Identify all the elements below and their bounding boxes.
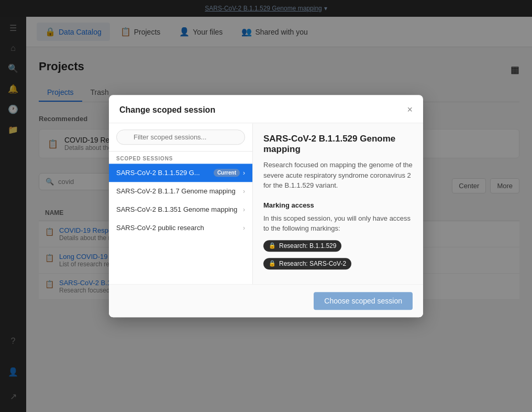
session-item-name-1: SARS-CoV-2 B.1.1.7 Genome mapping [116,187,236,195]
session-detail-panel: SARS-CoV-2 B.1.1.529 Genome mapping Rese… [253,123,423,284]
marking-access-desc: In this scoped session, you will only ha… [263,213,413,234]
session-search-container: 🔍 [109,123,252,151]
marking-badge-label-1: Research: SARS-CoV-2 [279,260,346,267]
markings-list: 🔒 Research: B.1.1.529 🔒 Research: SARS-C… [263,240,413,274]
session-item-right-3: › [243,224,245,232]
chevron-right-icon-3: › [243,224,245,232]
session-item-3[interactable]: SARS-CoV-2 public research › [109,219,252,237]
marking-badge-0: 🔒 Research: B.1.1.529 [263,240,341,252]
session-item-right-1: › [243,188,245,195]
session-item-0[interactable]: SARS-CoV-2 B.1.1.529 G... Current › [109,164,252,182]
session-item-1[interactable]: SARS-CoV-2 B.1.1.7 Genome mapping › [109,182,252,200]
chevron-right-icon-0: › [243,169,245,177]
session-item-left-2: SARS-CoV-2 B.1.351 Genome mapping [116,205,243,213]
marking-item-1: 🔒 Research: SARS-CoV-2 [263,258,413,274]
session-search-input[interactable] [116,129,245,145]
modal-title: Change scoped session [119,105,215,115]
marking-item-0: 🔒 Research: B.1.1.529 [263,240,413,256]
session-item-2[interactable]: SARS-CoV-2 B.1.351 Genome mapping › [109,200,252,219]
choose-scoped-session-button[interactable]: Choose scoped session [314,292,413,310]
session-item-right-0: Current › [214,169,245,177]
session-item-left-3: SARS-CoV-2 public research [116,224,243,232]
detail-description: Research focused on mapping the genome o… [263,160,413,191]
chevron-right-icon-2: › [243,206,245,213]
session-item-name-2: SARS-CoV-2 B.1.351 Genome mapping [116,205,237,213]
session-item-name-0: SARS-CoV-2 B.1.1.529 G... [116,169,200,177]
marking-badge-1: 🔒 Research: SARS-CoV-2 [263,258,351,269]
modal-close-button[interactable]: × [407,104,413,115]
modal-header: Change scoped session × [109,95,423,123]
session-item-left-1: SARS-CoV-2 B.1.1.7 Genome mapping [116,187,243,195]
session-list: SARS-CoV-2 B.1.1.529 G... Current › SARS… [109,164,252,284]
chevron-right-icon-1: › [243,188,245,195]
session-list-label: SCOPED SESSIONS [109,151,252,164]
session-item-name-3: SARS-CoV-2 public research [116,224,204,232]
marking-access-title: Marking access [263,201,413,209]
marking-badge-icon-1: 🔒 [269,260,276,267]
session-search-wrap: 🔍 [116,129,245,145]
sessions-panel: 🔍 SCOPED SESSIONS SARS-CoV-2 B.1.1.529 G… [109,123,253,284]
marking-badge-icon-0: 🔒 [269,242,276,249]
session-item-left-0: SARS-CoV-2 B.1.1.529 G... [116,169,214,177]
current-badge-0: Current [214,169,240,177]
change-scoped-session-modal: Change scoped session × 🔍 SCOPED SESSION… [109,95,423,317]
modal-footer: Choose scoped session [109,284,423,317]
session-item-right-2: › [243,206,245,213]
modal-body: 🔍 SCOPED SESSIONS SARS-CoV-2 B.1.1.529 G… [109,123,423,284]
marking-badge-label-0: Research: B.1.1.529 [279,242,336,250]
detail-title: SARS-CoV-2 B.1.1.529 Genome mapping [263,134,413,155]
